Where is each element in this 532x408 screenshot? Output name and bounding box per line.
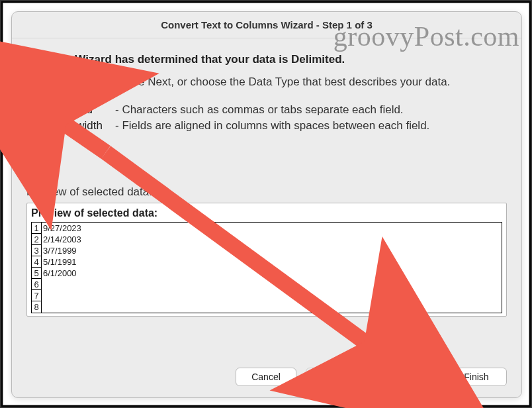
preview-row: 22/14/2003 <box>32 234 502 245</box>
dialog-title: Convert Text to Columns Wizard - Step 1 … <box>161 19 373 30</box>
radio-fixed-label: Fixed width <box>46 119 115 132</box>
preview-row-number: 5 <box>32 268 42 279</box>
preview-row-number: 7 <box>32 290 42 301</box>
preview-row: 56/1/2000 <box>32 268 502 279</box>
dialog-titlebar: Convert Text to Columns Wizard - Step 1 … <box>12 12 521 38</box>
radio-fixed[interactable] <box>26 120 39 132</box>
preview-row: 45/1/1991 <box>32 256 502 268</box>
preview-cell: 9/27/2023 <box>42 223 502 234</box>
radio-fixed-desc: - Fields are aligned in columns with spa… <box>115 119 429 132</box>
preview-cell <box>42 279 502 290</box>
finish-button[interactable]: Finish <box>446 368 507 386</box>
preview-row: 8 <box>32 301 502 313</box>
radio-delimited-label: Delimited <box>46 103 115 117</box>
preview-row-number: 8 <box>32 301 42 313</box>
preview-cell: 6/1/2000 <box>42 268 502 279</box>
preview-cell: 3/7/1999 <box>42 245 502 256</box>
back-button: < Back <box>306 368 367 386</box>
instruction-text: If this is correct, choose Next, or choo… <box>26 76 507 89</box>
heading: The Text Wizard has determined that your… <box>26 53 507 66</box>
next-button[interactable]: Next > <box>376 368 437 386</box>
preview-box-title: Preview of selected data: <box>31 207 502 219</box>
preview-row-number: 1 <box>32 223 42 234</box>
preview-row: 6 <box>32 279 502 290</box>
dialog-content: The Text Wizard has determined that your… <box>12 38 521 363</box>
preview-cell <box>42 301 502 313</box>
preview-cell <box>42 290 502 301</box>
preview-box: Preview of selected data: 19/27/202322/1… <box>26 203 507 317</box>
radio-delimited-desc: - Characters such as commas or tabs sepa… <box>115 103 404 117</box>
radio-row-fixed[interactable]: Fixed width - Fields are aligned in colu… <box>26 119 507 132</box>
preview-row-number: 2 <box>32 234 42 245</box>
radio-delimited[interactable] <box>26 104 39 117</box>
preview-row: 7 <box>32 290 502 301</box>
cancel-button[interactable]: Cancel <box>236 368 296 386</box>
wizard-dialog: Convert Text to Columns Wizard - Step 1 … <box>11 11 522 398</box>
preview-row-number: 6 <box>32 279 42 290</box>
preview-row-number: 4 <box>32 256 42 268</box>
preview-cell: 2/14/2003 <box>42 234 502 245</box>
preview-grid: 19/27/202322/14/200333/7/199945/1/199156… <box>31 222 502 313</box>
screenshot-frame: Convert Text to Columns Wizard - Step 1 … <box>3 3 529 405</box>
preview-row: 33/7/1999 <box>32 245 502 256</box>
preview-row-number: 3 <box>32 245 42 256</box>
preview-row: 19/27/2023 <box>32 223 502 234</box>
preview-label: Preview of selected data: <box>26 185 507 199</box>
preview-cell: 5/1/1991 <box>42 256 502 268</box>
radio-row-delimited[interactable]: Delimited - Characters such as commas or… <box>26 103 507 117</box>
button-bar: Cancel < Back Next > Finish <box>12 363 521 397</box>
